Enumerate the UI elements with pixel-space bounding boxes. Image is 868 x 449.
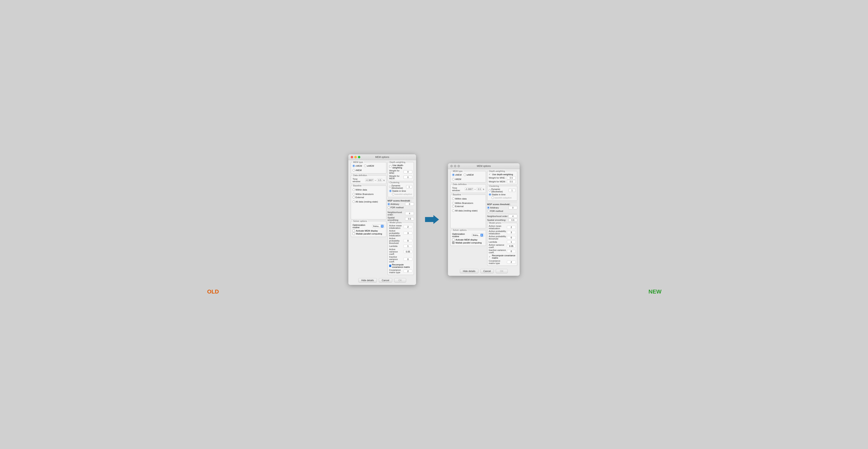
- old-time-from-input[interactable]: -0.3007: [365, 179, 374, 182]
- new-stable-row: Stable in time: [489, 193, 516, 196]
- new-active-var-val[interactable]: 0.05: [507, 245, 516, 248]
- new-minimize-button[interactable]: [454, 165, 456, 167]
- old-fdr-option[interactable]: FDR method: [388, 206, 404, 209]
- new-cov-type-row: Covariance matrix type 2: [489, 260, 516, 264]
- old-within-brainstorm-option[interactable]: Within Brainstorm: [352, 193, 374, 195]
- old-active-var-val[interactable]: 0.05: [404, 250, 412, 253]
- old-dynamic-option[interactable]: Dynamic (blockwise): [389, 184, 406, 189]
- old-inactive-var-val[interactable]: 0: [404, 258, 412, 261]
- old-spatial-input[interactable]: 0.6: [405, 217, 414, 220]
- new-baseline-options: Within data Within Brainstorm: [452, 197, 484, 212]
- new-neighborhood-row: Neighborhood order: 4: [487, 215, 517, 218]
- old-baseline-section: Baseline Within data Within Brainstorm: [351, 186, 386, 219]
- old-lambda-val[interactable]: 1: [404, 245, 412, 248]
- minimize-button[interactable]: [354, 156, 357, 158]
- old-rmem-option[interactable]: rMEM: [352, 169, 362, 171]
- new-spatial-input[interactable]: 0.6: [508, 218, 517, 222]
- old-traffic-lights: [351, 156, 360, 158]
- new-ok-button[interactable]: OK: [496, 269, 508, 274]
- new-right-panel: Depth-weighting ✓ Use depth-weighting We…: [487, 171, 517, 267]
- new-depth-section: Depth-weighting ✓ Use depth-weighting We…: [487, 171, 517, 185]
- old-cov-type-row: Covariance matrix type 2: [389, 269, 412, 274]
- old-inactive-var-row: Inactive variance coeff. 0: [389, 256, 412, 263]
- new-time-to-input[interactable]: 0.5: [477, 188, 482, 191]
- new-arbitrary-option[interactable]: Arbitrary: [487, 206, 499, 209]
- old-active-prob-thresh-val[interactable]: 0: [404, 239, 412, 242]
- new-cmem-option[interactable]: cMEM: [452, 173, 462, 176]
- new-maximize-button[interactable]: [458, 165, 460, 167]
- old-neighborhood-input[interactable]: 4: [405, 212, 414, 215]
- new-label: NEW: [446, 289, 864, 295]
- new-inactive-var-row: Inactive variance coeff. 0: [489, 249, 516, 254]
- old-dynamic-row: Dynamic (blockwise) 1: [389, 184, 412, 189]
- new-weight-mne-input[interactable]: 0.5: [507, 176, 516, 180]
- new-clustering-section: Clustering Dynamic (blockwise) 1 Sta: [487, 186, 517, 201]
- old-arbitrary-row: Arbitrary 0: [388, 202, 414, 206]
- old-opt-dropdown[interactable]: fminu... ⇅: [372, 224, 384, 228]
- new-arbitrary-input[interactable]: 0: [508, 206, 517, 209]
- old-active-prob-init-val[interactable]: 3: [404, 231, 412, 234]
- comparison-container: MEM options MEM type cMEM: [348, 154, 520, 285]
- new-active-prob-thresh-val[interactable]: 0: [507, 236, 516, 239]
- old-all-data-option[interactable]: All data (resting-state): [352, 200, 378, 203]
- new-active-mean-val[interactable]: 2: [507, 226, 516, 229]
- new-inactive-var-val[interactable]: 0: [507, 250, 516, 253]
- old-active-mean-val[interactable]: 2: [404, 225, 412, 228]
- new-data-def-label: Data definition: [452, 183, 467, 185]
- new-data-def-section: Data definition Time window: -0.3007 – 0…: [450, 184, 486, 193]
- new-mem-type-radio-row: cMEM wMEM rMEM: [452, 173, 484, 181]
- old-external-option[interactable]: External: [352, 196, 364, 198]
- old-mem-type-section: MEM type cMEM wMEM: [351, 162, 386, 173]
- new-msp-section: MSP scores threshold : Arbitrary 0 F: [487, 203, 517, 212]
- old-cov-type-val[interactable]: 2: [404, 269, 412, 272]
- new-dynamic-input[interactable]: 1: [508, 189, 516, 192]
- new-active-prob-init-row: Active probability intialization 3: [489, 230, 516, 235]
- old-dynamic-input[interactable]: 1: [406, 185, 412, 188]
- new-close-button[interactable]: [450, 165, 453, 167]
- new-within-brainstorm-option[interactable]: Within Brainstorm: [452, 202, 473, 204]
- new-wmem-option[interactable]: wMEM: [464, 173, 474, 176]
- new-lambda-val[interactable]: 1: [507, 240, 516, 243]
- maximize-button[interactable]: [358, 156, 360, 158]
- new-activate-mem-checkbox[interactable]: [452, 238, 455, 241]
- old-window-body: MEM type cMEM wMEM: [348, 160, 416, 285]
- new-all-data-option[interactable]: All data (resting-state): [452, 210, 477, 212]
- old-matlab-checkbox[interactable]: [352, 232, 355, 235]
- new-active-prob-init-val[interactable]: 3: [507, 231, 516, 234]
- old-cmem-option[interactable]: cMEM: [352, 165, 362, 167]
- old-solver-section: Solver options Optimization routine fmin…: [351, 221, 386, 237]
- old-wavelet-option[interactable]: wavelet-adaptive: [392, 193, 412, 195]
- new-within-data-option[interactable]: Within data: [452, 197, 467, 200]
- new-opt-dropdown[interactable]: fminu... ⇅: [472, 233, 484, 237]
- old-time-to-input[interactable]: 0.5: [377, 179, 382, 182]
- old-arbitrary-input[interactable]: 0: [405, 202, 414, 206]
- new-time-from-input[interactable]: -0.3007: [465, 188, 473, 191]
- new-rmem-option[interactable]: rMEM: [452, 178, 461, 181]
- old-baseline-row1: Within data Within Brainstorm: [352, 189, 384, 195]
- new-wavelet-option[interactable]: wavelet-adaptive: [492, 196, 512, 199]
- new-external-option[interactable]: External: [452, 205, 463, 207]
- close-button[interactable]: [351, 156, 353, 158]
- old-within-data-option[interactable]: Within data: [352, 189, 367, 191]
- old-wmem-option[interactable]: wMEM: [364, 165, 374, 167]
- new-weight-mem-input[interactable]: 0.5: [507, 180, 516, 183]
- new-hide-details-button[interactable]: Hide details: [460, 269, 478, 274]
- new-stable-option[interactable]: Stable in time: [489, 193, 506, 196]
- new-neighborhood-input[interactable]: 4: [508, 215, 517, 218]
- old-recompute-checkbox[interactable]: ✓: [389, 265, 391, 267]
- new-cov-type-val[interactable]: 2: [507, 261, 516, 264]
- new-fdr-option[interactable]: FDR method: [487, 210, 503, 212]
- old-ok-button[interactable]: OK: [394, 278, 406, 283]
- old-use-depth-checkbox[interactable]: [389, 165, 392, 168]
- old-weight-mne-input[interactable]: 0: [404, 170, 412, 173]
- old-arbitrary-option[interactable]: Arbitrary: [388, 203, 399, 205]
- new-dynamic-option[interactable]: Dynamic (blockwise): [489, 188, 508, 193]
- old-cancel-button[interactable]: Cancel: [379, 278, 392, 283]
- new-spatial-row: Spatial smoothing: 0.6: [487, 218, 517, 222]
- old-stable-option[interactable]: Stable in time: [389, 190, 406, 192]
- new-cancel-button[interactable]: Cancel: [480, 269, 494, 274]
- old-hide-details-button[interactable]: Hide details: [358, 278, 377, 283]
- new-matlab-checkbox[interactable]: ✓: [452, 242, 455, 244]
- old-weight-mem-input[interactable]: 0: [404, 175, 412, 179]
- old-activate-mem-checkbox[interactable]: [352, 230, 355, 232]
